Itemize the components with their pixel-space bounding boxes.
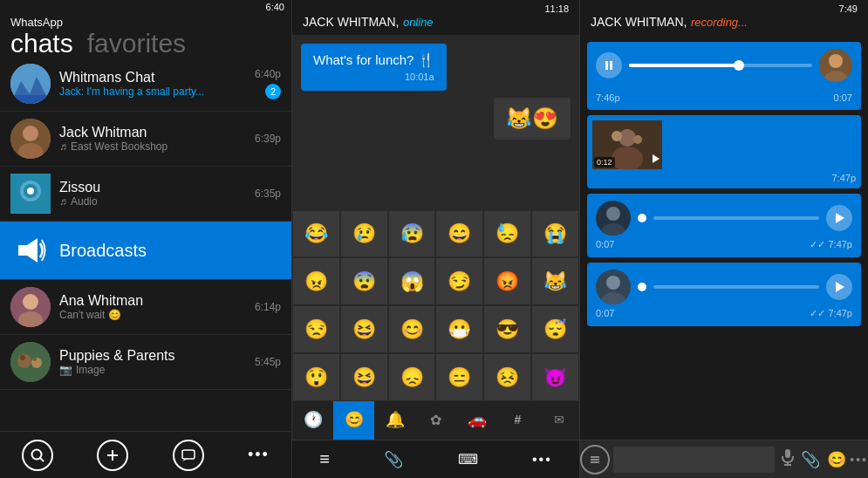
keyboard-button[interactable]: ⌨ bbox=[458, 451, 478, 468]
emoji-cell[interactable]: 😹 bbox=[531, 257, 579, 305]
emoji-button[interactable]: 😊 bbox=[827, 450, 846, 469]
svg-point-29 bbox=[829, 54, 843, 68]
unread-badge: 2 bbox=[265, 84, 281, 99]
waveform bbox=[653, 285, 819, 289]
waveform bbox=[629, 64, 812, 67]
message-time: 10:01a bbox=[313, 72, 434, 82]
chat-name: Jack Whitman bbox=[59, 125, 249, 140]
emoji-cell[interactable]: 😏 bbox=[435, 257, 483, 305]
svg-point-35 bbox=[633, 135, 642, 144]
emoji-cell[interactable]: 😎 bbox=[483, 305, 531, 353]
svg-point-13 bbox=[23, 294, 38, 310]
search-button[interactable] bbox=[22, 440, 53, 471]
list-item[interactable]: Puppies & Parents 📷 Image 5:45p bbox=[0, 335, 291, 390]
emoji-cell[interactable]: 😆 bbox=[340, 353, 388, 401]
message-text: 😹😍 bbox=[506, 106, 558, 130]
chat-time: 5:45p bbox=[255, 356, 281, 368]
text-input[interactable] bbox=[613, 447, 775, 473]
message-bubble: What's for lunch? 🍴 10:01a bbox=[301, 44, 447, 91]
chat-preview: 📷 Image bbox=[59, 364, 249, 376]
mic-dot bbox=[638, 214, 646, 222]
list-item[interactable]: Zissou ♬ Audio 6:35p bbox=[0, 167, 291, 222]
more-button[interactable]: ••• bbox=[850, 453, 868, 467]
p3-contact-name: JACK WHITMAN, bbox=[591, 15, 687, 29]
emoji-tab-faces[interactable]: 😊 bbox=[333, 401, 374, 440]
emoji-tab-transport[interactable]: 🚗 bbox=[456, 401, 497, 440]
emoji-cell[interactable]: 😷 bbox=[435, 305, 483, 353]
more-button[interactable]: ••• bbox=[248, 446, 270, 464]
emoji-cell[interactable]: 😆 bbox=[340, 305, 388, 353]
tab-favorites[interactable]: favorites bbox=[87, 31, 186, 57]
messages-list-button[interactable]: ≡ bbox=[319, 449, 330, 469]
voice-message-sent: 0:07 ✓✓ 7:47p bbox=[587, 194, 861, 257]
p3-input-bar: 📎 😊 ••• bbox=[580, 440, 868, 478]
svg-point-42 bbox=[606, 276, 620, 290]
play-button[interactable] bbox=[826, 205, 852, 231]
emoji-cell[interactable]: 😴 bbox=[531, 305, 579, 353]
avatar bbox=[10, 287, 51, 327]
emoji-cell[interactable]: 😈 bbox=[531, 353, 579, 401]
voice-checkmark: ✓✓ 7:47p bbox=[810, 308, 852, 319]
emoji-cell[interactable]: 😂 bbox=[292, 210, 340, 258]
voice-checkmark: ✓✓ 7:47p bbox=[810, 239, 852, 250]
svg-marker-36 bbox=[653, 154, 660, 163]
emoji-tab-nature[interactable]: ✿ bbox=[415, 401, 456, 440]
broadcast-label: Broadcasts bbox=[59, 241, 147, 261]
svg-point-19 bbox=[33, 358, 37, 361]
video-message: 0:12 7:47p bbox=[587, 115, 861, 188]
emoji-cell[interactable]: 😭 bbox=[531, 210, 579, 258]
emoji-cell[interactable]: 😠 bbox=[292, 257, 340, 305]
emoji-cell[interactable]: 😊 bbox=[388, 305, 436, 353]
chat-time: 6:35p bbox=[255, 188, 281, 200]
list-item[interactable]: Whitmans Chat Jack: I'm having a small p… bbox=[0, 57, 291, 112]
voice-duration: 0:07 bbox=[596, 308, 614, 319]
chat-name: Zissou bbox=[59, 180, 249, 195]
emoji-cell[interactable]: 😄 bbox=[435, 210, 483, 258]
voice-message-playing: 7:46p 0:07 bbox=[587, 42, 861, 110]
svg-point-17 bbox=[31, 358, 42, 368]
chat-time: 6:39p bbox=[255, 133, 281, 145]
emoji-tab-notifications[interactable]: 🔔 bbox=[374, 401, 415, 440]
svg-point-18 bbox=[20, 355, 25, 360]
emoji-cell[interactable]: 😨 bbox=[340, 257, 388, 305]
play-button[interactable] bbox=[826, 274, 852, 300]
list-item[interactable]: Jack Whitman ♬ East West Bookshop 6:39p bbox=[0, 112, 291, 167]
emoji-cell[interactable]: 😡 bbox=[483, 257, 531, 305]
emoji-cell[interactable]: 😓 bbox=[483, 210, 531, 258]
voice-panel: 7:49 JACK WHITMAN, recording... bbox=[580, 0, 868, 478]
emoji-cell[interactable]: 😑 bbox=[435, 353, 483, 401]
svg-marker-44 bbox=[836, 282, 844, 292]
pause-button[interactable] bbox=[596, 52, 622, 79]
add-button[interactable] bbox=[97, 440, 128, 471]
p2-contact-name: JACK WHITMAN, bbox=[303, 15, 399, 29]
chat-preview: Can't wait 😊 bbox=[59, 309, 249, 321]
chat-info: Jack Whitman ♬ East West Bookshop bbox=[59, 125, 249, 153]
video-duration: 0:12 bbox=[594, 157, 615, 167]
emoji-cell[interactable]: 😢 bbox=[340, 210, 388, 258]
svg-point-34 bbox=[612, 131, 622, 141]
emoji-cell[interactable]: 😰 bbox=[388, 210, 436, 258]
more-button[interactable]: ••• bbox=[532, 452, 552, 468]
menu-button[interactable] bbox=[580, 445, 610, 475]
chat-button[interactable] bbox=[173, 440, 204, 471]
broadcasts-item[interactable]: Broadcasts bbox=[0, 222, 291, 280]
emoji-cell[interactable]: 😱 bbox=[388, 257, 436, 305]
emoji-cell[interactable]: 😣 bbox=[483, 353, 531, 401]
p2-status-bar: 11:18 bbox=[303, 3, 569, 14]
video-time: 7:47p bbox=[592, 173, 856, 183]
emoji-cell[interactable]: 😲 bbox=[292, 353, 340, 401]
emoji-tab-symbols[interactable]: # bbox=[497, 401, 538, 440]
waveform-dot bbox=[734, 60, 744, 71]
mic-button[interactable] bbox=[778, 447, 797, 471]
waveform bbox=[653, 216, 819, 220]
emoji-tab-recent[interactable]: 🕐 bbox=[292, 401, 333, 440]
emoji-cell[interactable]: 😞 bbox=[388, 353, 436, 401]
list-item[interactable]: Ana Whitman Can't wait 😊 6:14p bbox=[0, 280, 291, 335]
chat-emoji-panel: 11:18 JACK WHITMAN, online What's for lu… bbox=[292, 0, 580, 478]
emoji-cell[interactable]: 😒 bbox=[292, 305, 340, 353]
emoji-tab-letters[interactable]: ✉ bbox=[538, 401, 579, 440]
p3-header: 7:49 JACK WHITMAN, recording... bbox=[580, 0, 868, 35]
tab-chats[interactable]: chats bbox=[10, 31, 73, 57]
attach-button[interactable]: 📎 bbox=[384, 450, 403, 469]
attach-button[interactable]: 📎 bbox=[801, 450, 820, 469]
